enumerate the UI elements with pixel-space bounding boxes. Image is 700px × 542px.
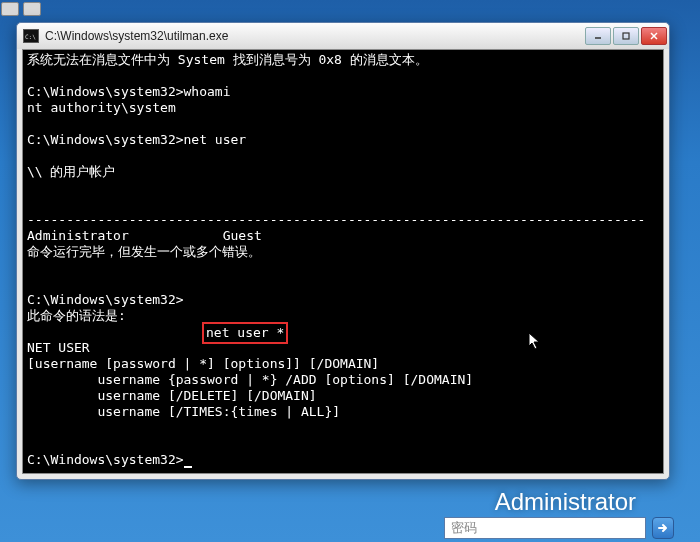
console-output[interactable]: 系统无法在消息文件中为 System 找到消息号为 0x8 的消息文本。 C:\… <box>22 49 664 474</box>
console-hr: ----------------------------------------… <box>27 212 645 227</box>
console-line: 命令运行完毕，但发生一个或多个错误。 <box>27 244 261 259</box>
command-prompt-window: C:\Windows\system32\utilman.exe 系统无法在消息文… <box>16 22 670 480</box>
console-line: 此命令的语法是: <box>27 308 126 323</box>
console-line: C:\Windows\system32>whoami <box>27 84 231 99</box>
console-line: nt authority\system <box>27 100 176 115</box>
taskbar-fragment <box>1 2 41 16</box>
close-button[interactable] <box>641 27 667 45</box>
window-title: C:\Windows\system32\utilman.exe <box>45 29 585 43</box>
console-prompt: C:\Windows\system32> <box>27 452 184 467</box>
minimize-button[interactable] <box>585 27 611 45</box>
console-cursor <box>184 466 192 468</box>
taskbar-button-1[interactable] <box>1 2 19 16</box>
cmd-icon <box>23 29 39 43</box>
console-line: username [/DELETE] [/DOMAIN] <box>27 388 317 403</box>
username-label: Administrator <box>495 488 636 516</box>
login-submit-button[interactable] <box>652 517 674 539</box>
console-line: [username [password | *] [options]] [/DO… <box>27 356 379 371</box>
svg-rect-1 <box>623 33 629 39</box>
password-input[interactable]: 密码 <box>444 517 646 539</box>
console-line: username [/TIMES:{times | ALL}] <box>27 404 340 419</box>
console-line: NET USER <box>27 340 90 355</box>
console-prompt: C:\Windows\system32> <box>27 292 184 307</box>
console-line: Administrator Guest <box>27 228 262 243</box>
console-line: \\ 的用户帐户 <box>27 164 115 179</box>
maximize-button[interactable] <box>613 27 639 45</box>
highlighted-command: net user * <box>202 322 288 344</box>
window-titlebar[interactable]: C:\Windows\system32\utilman.exe <box>17 23 669 49</box>
password-placeholder: 密码 <box>451 519 477 537</box>
taskbar-button-2[interactable] <box>23 2 41 16</box>
console-line: username {password | *} /ADD [options] [… <box>27 372 473 387</box>
window-controls <box>585 27 667 45</box>
console-line: 系统无法在消息文件中为 System 找到消息号为 0x8 的消息文本。 <box>27 52 428 67</box>
arrow-right-icon <box>656 521 670 535</box>
login-row: 密码 <box>444 517 674 539</box>
console-line: C:\Windows\system32>net user <box>27 132 246 147</box>
